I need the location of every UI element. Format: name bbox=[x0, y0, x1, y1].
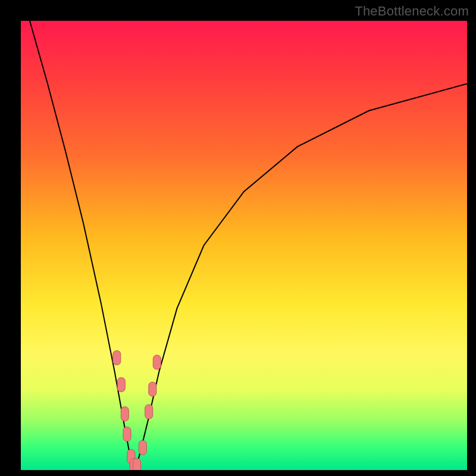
highlight-marker bbox=[153, 355, 161, 369]
highlight-marker bbox=[117, 378, 125, 392]
highlight-marker bbox=[113, 350, 121, 365]
plot-area bbox=[21, 21, 467, 470]
highlight-marker bbox=[121, 407, 129, 421]
chart-frame: TheBottleneck.com bbox=[0, 0, 476, 476]
chart-svg bbox=[21, 21, 467, 470]
watermark-text: TheBottleneck.com bbox=[355, 4, 469, 19]
highlight-marker bbox=[145, 405, 153, 419]
marker-group bbox=[113, 350, 161, 470]
highlight-marker bbox=[133, 459, 141, 471]
highlight-marker bbox=[123, 427, 131, 441]
highlight-marker bbox=[139, 440, 146, 455]
bottleneck-curve bbox=[30, 21, 467, 470]
highlight-marker bbox=[149, 382, 156, 396]
